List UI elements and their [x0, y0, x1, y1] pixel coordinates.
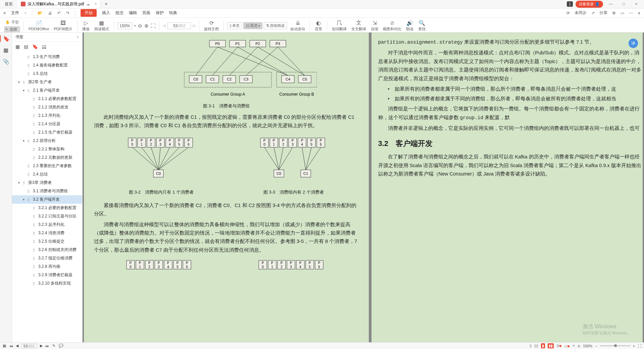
undo-icon[interactable]: ↶	[57, 11, 61, 15]
compress-button[interactable]: ⇲压缩	[369, 20, 380, 32]
settings-icon[interactable]: ⚙	[612, 11, 616, 15]
menu-page[interactable]: 页面	[142, 10, 150, 16]
menu-file[interactable]: 文件	[11, 10, 19, 16]
sync-icon[interactable]: ⟳	[566, 11, 570, 15]
sb-panel-icon[interactable]: ▦	[3, 344, 6, 348]
fit-icon[interactable]: ⛶	[151, 23, 156, 29]
bookmark-item[interactable]: ▯3.2.10 多线程实现	[12, 279, 82, 288]
maximize-button[interactable]: □	[618, 2, 629, 6]
bookmark-item[interactable]: ▾▯3.2 客户端开发	[12, 195, 82, 204]
select-tool[interactable]: ↖选择	[4, 26, 20, 33]
sb-next-page[interactable]: ▶	[40, 344, 43, 348]
hamburger-icon[interactable]: ≡	[3, 11, 6, 15]
minimize-button[interactable]: —	[606, 2, 616, 6]
zoom-in-icon[interactable]: ⊕	[144, 23, 149, 29]
rotate-button[interactable]: ⟳旋转文档	[203, 20, 220, 32]
sb-zoom[interactable]: 150%	[583, 344, 592, 348]
next-page-icon[interactable]: ▷	[193, 23, 196, 28]
sb-zoom-slider[interactable]	[600, 345, 630, 346]
menu-annotate[interactable]: 批注	[115, 10, 123, 16]
collapse-icon[interactable]: ∧	[638, 11, 641, 15]
sb-last-page[interactable]: ⏭	[45, 344, 49, 348]
zoom-input[interactable]: 150%	[117, 22, 133, 29]
sb-view1-icon[interactable]: ▯	[530, 344, 532, 348]
read-mode-button[interactable]: ▦阅读模式	[93, 20, 110, 32]
close-sidebar-icon[interactable]: ×	[77, 35, 79, 40]
thumbnail-nav-icon[interactable]: ▦	[3, 47, 9, 53]
autoscroll-button[interactable]: ⇊自动滚动	[289, 20, 306, 32]
sb-status4-icon[interactable]: ⎚	[578, 344, 580, 348]
background-button[interactable]: ◐背景	[313, 20, 324, 32]
bookmark-item[interactable]: ▯3.2.5 位移提交	[12, 237, 82, 246]
bookmark-item[interactable]: ▯2.1.2 消息的发送	[12, 103, 82, 111]
menu-convert[interactable]: 转换	[169, 10, 177, 16]
redo-icon[interactable]: ↷	[66, 11, 69, 15]
sb-view2-icon[interactable]: ▯▯	[534, 344, 538, 348]
bookmark-item[interactable]: ▯3.2.2 订阅主题与分区	[12, 212, 82, 220]
sb-status2-icon[interactable]: ☼	[564, 344, 569, 348]
bookmark-item[interactable]: ▯2.4 总结	[12, 170, 82, 179]
continuous-read-button[interactable]: ⇅连续阅读	[264, 22, 287, 29]
sb-zoom-in[interactable]: +	[633, 344, 635, 348]
menu-protect[interactable]: 保护	[156, 10, 164, 16]
bookmark-item[interactable]: ▯1.4 服务端参数配置	[12, 61, 82, 69]
print-icon[interactable]: 🖨	[48, 11, 52, 15]
sb-comment-icon[interactable]: 💬	[59, 344, 63, 348]
page-input[interactable]: 53/452	[167, 22, 191, 29]
hand-tool[interactable]: ✋手型	[4, 19, 20, 26]
document-viewport[interactable]: P0P1P2P3C0C1C2C3C4C5Consumer Group ACons…	[83, 33, 644, 342]
menu-insert[interactable]: 插入	[102, 10, 110, 16]
screenshot-button[interactable]: ⎚截图和对比	[382, 20, 403, 32]
bookmark-item[interactable]: ▯2.2.1 整体架构	[12, 145, 82, 153]
attachment-nav-icon[interactable]: 📎	[3, 58, 9, 65]
sb-prev-page[interactable]: ◀	[16, 344, 18, 348]
sb-first-page[interactable]: ⏮	[9, 344, 13, 348]
sb-status1-icon[interactable]: ⊙	[556, 344, 561, 348]
full-translate-button[interactable]: 文全文翻译	[350, 20, 367, 32]
zoom-out-icon[interactable]: ⊖	[138, 23, 142, 29]
sb-fullscreen-icon[interactable]: ⛶	[638, 344, 641, 348]
bookmark-icon[interactable]: 🕮	[42, 44, 47, 49]
sb-status3-icon[interactable]: ⚬	[572, 344, 575, 348]
menu-edit[interactable]: 编辑	[129, 10, 137, 16]
sb-page-input[interactable]: 53/452	[21, 344, 37, 348]
share-icon[interactable]: ↗	[591, 11, 595, 15]
bookmark-item[interactable]: ▾▯第2章 生产者	[12, 78, 82, 86]
bookmark-item[interactable]: ▯2.1.1 必要的参数配置	[12, 95, 82, 103]
bookmark-item[interactable]: ▯3.2.1 必要的参数配置	[12, 204, 82, 212]
bookmark-item[interactable]: ▾▯第3章 消费者	[12, 179, 82, 187]
bookmark-item[interactable]: ▾▯2.2 原理分析	[12, 137, 82, 145]
pdf-to-image-button[interactable]: 🖼PDF转图片	[53, 20, 74, 32]
bookmark-item[interactable]: ▯2.3 重要的生产者参数	[12, 162, 82, 170]
bookmark-item[interactable]: ▯2.1.5 生产者拦截器	[12, 128, 82, 137]
bookmark-item[interactable]: ▯2.1.4 分区器	[12, 120, 82, 128]
close-tab-icon[interactable]: ×	[95, 2, 97, 6]
sb-view4-icon[interactable]: ▮▮	[548, 343, 554, 348]
bookmark-nav-icon[interactable]: 🔖	[0, 35, 12, 42]
add-bookmark-icon[interactable]: 🔖	[32, 44, 38, 49]
login-button[interactable]: 访客登录👤	[576, 1, 603, 8]
bookmark-item[interactable]: ▯3.2.9 消费者拦截器	[12, 271, 82, 279]
sb-view3-icon[interactable]: ▮	[541, 343, 545, 348]
play-button[interactable]: ▷播放	[81, 20, 91, 32]
sb-zoom-out[interactable]: −	[595, 344, 597, 348]
open-icon[interactable]: 📂	[38, 11, 43, 15]
find-button[interactable]: 🔍查找	[417, 20, 427, 32]
bookmark-item[interactable]: ▾▯2.1 客户端开发	[12, 86, 82, 95]
menu-start[interactable]: 开始	[81, 9, 97, 17]
bookmark-item[interactable]: ▯1.3 生产与消费	[12, 53, 82, 61]
more-icon[interactable]: ▭	[621, 11, 624, 15]
bookmark-item[interactable]: ▯2.1.3 序列化	[12, 111, 82, 120]
word-translate-button[interactable]: ⺇划词翻译	[331, 20, 348, 32]
collapse-icon[interactable]: ▤	[24, 44, 28, 49]
translate-float-button[interactable]: 译	[629, 39, 638, 48]
single-page-button[interactable]: ▯单页	[227, 22, 242, 29]
bookmark-item[interactable]: ▯3.2.4 消息消费	[12, 229, 82, 237]
read-aloud-button[interactable]: 🔊朗读	[405, 20, 415, 32]
minimize-ribbon-icon[interactable]: ⋯	[629, 11, 633, 15]
close-window-button[interactable]: ×	[631, 2, 641, 6]
tab-document[interactable]: 深入理解Kafka...与实践原理.pdf ☁ ×	[17, 0, 101, 8]
prev-page-icon[interactable]: ◁	[163, 23, 165, 28]
notification-badge[interactable]: 1	[567, 1, 573, 7]
bookmark-item[interactable]: ▯2.2.2 元数据的更新	[12, 153, 82, 162]
